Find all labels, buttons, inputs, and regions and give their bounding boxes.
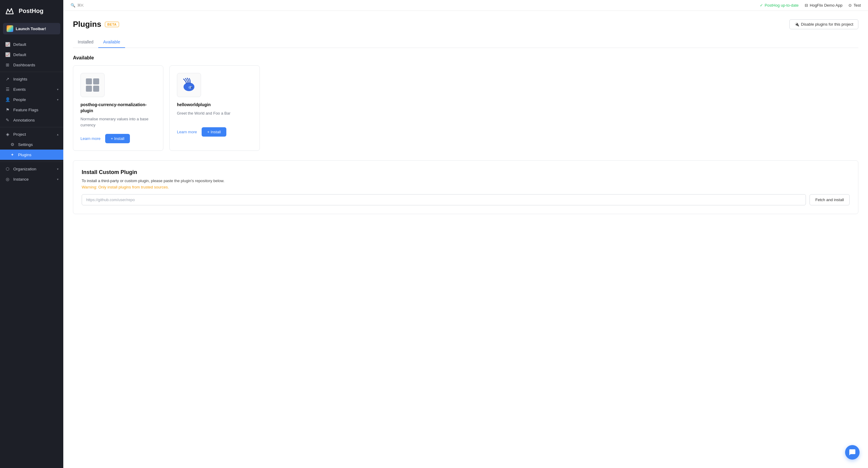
plugins-grid: posthog-currency-normalization-plugin No…: [73, 65, 858, 151]
plugin-icon-wrap2: [177, 73, 201, 97]
test-button[interactable]: ⊙ Test: [848, 3, 861, 7]
search-icon: 🔍: [70, 3, 75, 7]
posthog-logo-icon: [5, 5, 16, 16]
chart-line-icon2: 📈: [5, 52, 10, 57]
sidebar-item-label: Default: [13, 42, 26, 47]
sidebar-item-label: Feature Flags: [13, 108, 38, 112]
plugin-icon: ✦: [10, 152, 15, 157]
tab-available[interactable]: Available: [98, 36, 125, 48]
chevron-down-icon4: ▾: [57, 178, 59, 181]
posthog-status: ✓ PostHog up-to-date: [760, 3, 799, 7]
custom-plugin-section: Install Custom Plugin To install a third…: [73, 160, 858, 214]
main-content: 🔍 ⌘K ✓ PostHog up-to-date ⊟ HogFlix Demo…: [63, 0, 868, 468]
sidebar-item-settings[interactable]: ⚙ Settings: [0, 139, 63, 150]
chevron-down-icon: ▾: [57, 88, 59, 91]
chat-bubble-button[interactable]: [845, 445, 860, 460]
custom-plugin-warning: Warning: Only install plugins from trust…: [82, 185, 849, 189]
sidebar-item-feature-flags[interactable]: ⚑ Feature Flags: [0, 105, 63, 115]
sidebar-divider: [0, 72, 63, 72]
sidebar-item-project[interactable]: ◈ Project ▴: [0, 129, 63, 139]
sidebar-item-label: Dashboards: [13, 63, 35, 67]
chevron-down-icon3: ▾: [57, 167, 59, 171]
sidebar-item-label: Annotations: [13, 118, 35, 122]
app-icon: ⊟: [805, 3, 808, 7]
page-title: Plugins: [73, 20, 101, 29]
plugin-name2: helloworldplugin: [177, 102, 252, 108]
sidebar-item-label: Default: [13, 53, 26, 57]
settings-icon: ⚙: [10, 142, 15, 147]
custom-plugin-input-row: Fetch and install: [82, 194, 849, 205]
tab-installed[interactable]: Installed: [73, 36, 98, 48]
trend-up-icon: ↗: [5, 77, 10, 81]
custom-plugin-title: Install Custom Plugin: [82, 169, 849, 175]
chevron-down-icon2: ▾: [57, 98, 59, 101]
search-bar[interactable]: 🔍 ⌘K: [70, 3, 84, 7]
sidebar-item-default1[interactable]: 📈 Default: [0, 39, 63, 50]
plugin-actions2: Learn more + Install: [177, 127, 252, 137]
sidebar-item-label: Events: [13, 87, 26, 92]
sidebar-item-events[interactable]: ☰ Events ▾: [0, 84, 63, 94]
plugin-actions: Learn more + Install: [81, 134, 156, 143]
sidebar-item-label: Settings: [18, 142, 33, 147]
sidebar: PostHog Launch Toolbar! 📈 Default 📈 Defa…: [0, 0, 63, 468]
sidebar-item-annotations[interactable]: ✎ Annotations: [0, 115, 63, 125]
plugin-boxes-icon: [86, 79, 99, 92]
plugin-card-currency: posthog-currency-normalization-plugin No…: [73, 65, 163, 151]
install-button-helloworld[interactable]: + Install: [202, 127, 226, 137]
sidebar-item-organization[interactable]: ⬡ Organization ▾: [0, 164, 63, 174]
sidebar-item-plugins[interactable]: ✦ Plugins: [0, 150, 63, 160]
chart-line-icon: 📈: [5, 42, 10, 47]
search-shortcut: ⌘K: [77, 3, 84, 7]
install-button-currency[interactable]: + Install: [105, 134, 130, 143]
sidebar-item-instance[interactable]: ◎ Instance ▾: [0, 174, 63, 184]
calendar-icon: ☰: [5, 87, 10, 92]
launch-toolbar-button[interactable]: Launch Toolbar!: [3, 23, 60, 34]
check-icon: ✓: [760, 3, 763, 7]
page-title-row: Plugins BETA: [73, 20, 119, 29]
beta-badge: BETA: [105, 22, 119, 27]
hedgehog-icon: [181, 77, 197, 93]
page-content: Plugins BETA 🔌 Disable plugins for this …: [63, 11, 868, 468]
instance-icon: ◎: [5, 177, 10, 181]
tabs: Installed Available: [73, 36, 858, 48]
repo-url-input[interactable]: [82, 194, 806, 205]
disable-button-label: Disable plugins for this project: [801, 22, 853, 27]
sidebar-divider3: [0, 162, 63, 162]
plugin-icon-wrap: [81, 73, 104, 97]
custom-plugin-description: To install a third-party or custom plugi…: [82, 178, 849, 183]
sidebar-item-people[interactable]: 👤 People ▾: [0, 94, 63, 105]
page-header: Plugins BETA 🔌 Disable plugins for this …: [73, 19, 858, 29]
learn-more-link-helloworld[interactable]: Learn more: [177, 130, 197, 134]
sidebar-item-default2[interactable]: 📈 Default: [0, 50, 63, 60]
plugin-name: posthog-currency-normalization-plugin: [81, 102, 156, 114]
sidebar-item-label: Project: [13, 132, 26, 137]
disable-plugins-button[interactable]: 🔌 Disable plugins for this project: [789, 19, 858, 29]
disable-icon: 🔌: [795, 22, 799, 27]
topbar: 🔍 ⌘K ✓ PostHog up-to-date ⊟ HogFlix Demo…: [63, 0, 868, 11]
plugin-card-helloworld: helloworldplugin Greet the World and Foo…: [169, 65, 260, 151]
sidebar-item-label: Organization: [13, 167, 36, 171]
sidebar-item-label: Plugins: [18, 153, 31, 157]
app-selector[interactable]: ⊟ HogFlix Demo App: [805, 3, 842, 7]
sidebar-logo-text: PostHog: [19, 7, 43, 14]
toolbar-icon: [7, 25, 13, 32]
sidebar-item-insights[interactable]: ↗ Insights: [0, 74, 63, 84]
project-icon: ◈: [5, 132, 10, 137]
sidebar-item-label: Insights: [13, 77, 27, 81]
topbar-right: ✓ PostHog up-to-date ⊟ HogFlix Demo App …: [760, 3, 861, 7]
sidebar-logo[interactable]: PostHog: [0, 0, 63, 22]
plugin-description: Normalise monerary values into a base cu…: [81, 116, 156, 128]
annotation-icon: ✎: [5, 118, 10, 122]
chat-icon: [849, 449, 856, 456]
svg-point-5: [191, 87, 191, 87]
sidebar-item-label: People: [13, 97, 26, 102]
learn-more-link-currency[interactable]: Learn more: [81, 136, 100, 141]
svg-point-6: [191, 87, 192, 88]
sidebar-item-dashboards[interactable]: ⊞ Dashboards: [0, 60, 63, 70]
sidebar-item-label: Instance: [13, 177, 29, 181]
org-icon: ⬡: [5, 167, 10, 171]
available-section-title: Available: [73, 55, 858, 61]
plugin-description2: Greet the World and Foo a Bar: [177, 110, 252, 121]
sidebar-nav: 📈 Default 📈 Default ⊞ Dashboards ↗ Insig…: [0, 38, 63, 185]
fetch-and-install-button[interactable]: Fetch and install: [809, 194, 849, 205]
